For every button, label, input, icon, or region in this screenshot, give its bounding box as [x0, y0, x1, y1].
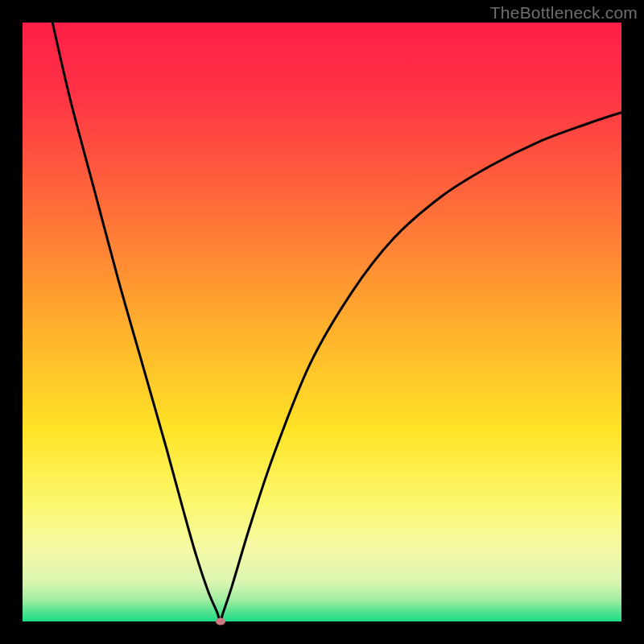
chart-frame [23, 23, 621, 621]
minimum-point-marker [216, 618, 225, 625]
bottleneck-curve [23, 23, 621, 621]
watermark-text: TheBottleneck.com [490, 3, 638, 23]
